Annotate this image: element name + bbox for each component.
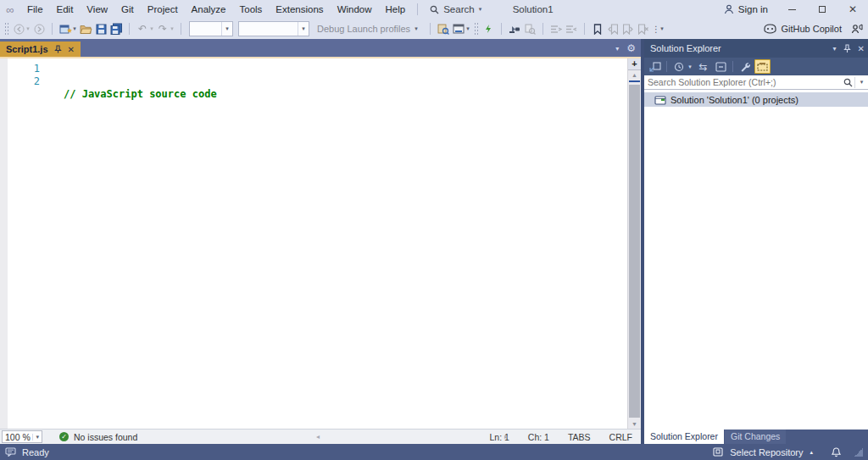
- web-preview-icon[interactable]: [436, 21, 451, 36]
- sign-in-button[interactable]: Sign in: [715, 4, 776, 14]
- solution-icon: [654, 95, 666, 105]
- document-tab-strip: Script1.js ✕ ▾ ⚙: [0, 39, 641, 57]
- toolbar-grip[interactable]: [474, 22, 478, 36]
- switch-views-icon[interactable]: [647, 59, 663, 74]
- navigate-forward-icon[interactable]: [31, 21, 47, 36]
- previous-bookmark-icon[interactable]: [605, 21, 620, 36]
- solution-search-icon[interactable]: [842, 78, 854, 87]
- attach-to-process-icon[interactable]: [507, 21, 522, 36]
- save-all-icon[interactable]: [108, 21, 124, 36]
- eol-indicator[interactable]: CRLF: [609, 432, 632, 442]
- solution-search-row: ▾: [644, 75, 868, 90]
- tabs-indicator[interactable]: TABS: [568, 432, 591, 442]
- clear-bookmarks-icon[interactable]: [636, 21, 651, 36]
- redo-caret-icon[interactable]: ▾: [169, 25, 175, 32]
- search-options-caret-icon[interactable]: ▾: [855, 79, 868, 86]
- navigate-back-caret-icon[interactable]: ▾: [25, 25, 31, 32]
- solution-tree: Solution 'Solution1' (0 projects): [644, 90, 868, 430]
- window-position-caret-icon[interactable]: ▾: [833, 45, 837, 53]
- menu-file[interactable]: File: [20, 0, 50, 19]
- feedback-icon[interactable]: [5, 447, 16, 457]
- solution-explorer-titlebar[interactable]: Solution Explorer ▾ ✕: [644, 39, 868, 58]
- sync-with-active-document-icon[interactable]: ⇆: [695, 59, 711, 74]
- solution-configurations-combo[interactable]: ▾: [189, 21, 233, 36]
- menu-analyze[interactable]: Analyze: [185, 0, 233, 19]
- close-button[interactable]: ✕: [837, 0, 868, 19]
- hscroll-right-icon[interactable]: ▸: [504, 433, 508, 441]
- menu-project[interactable]: Project: [141, 0, 185, 19]
- filter-caret-icon[interactable]: ▾: [687, 64, 693, 70]
- close-tab-icon[interactable]: ✕: [68, 45, 75, 54]
- tab-script1-js[interactable]: Script1.js ✕: [0, 42, 81, 57]
- tab-solution-explorer[interactable]: Solution Explorer: [644, 430, 724, 444]
- undo-caret-icon[interactable]: ▾: [148, 25, 155, 32]
- toggle-bookmark-icon[interactable]: [590, 21, 605, 36]
- scrollbar-thumb[interactable]: [629, 85, 640, 418]
- menu-help[interactable]: Help: [379, 0, 413, 19]
- search-label: Search: [443, 4, 474, 14]
- search-button[interactable]: Search ▾: [423, 4, 490, 14]
- code-text[interactable]: // JavaScript source code: [40, 58, 641, 429]
- debug-launch-profiles-button[interactable]: Debug Launch profiles ▾: [312, 20, 425, 37]
- column-indicator[interactable]: Ch: 1: [528, 432, 549, 442]
- tree-row-label: Solution 'Solution1' (0 projects): [670, 95, 798, 105]
- select-repository-button[interactable]: Select Repository: [730, 447, 803, 457]
- uncomment-icon[interactable]: [564, 21, 579, 36]
- toolbar-separator: [129, 23, 130, 35]
- vertical-scrollbar[interactable]: + ▲ ▼: [627, 58, 641, 429]
- live-preview-icon[interactable]: [481, 21, 496, 36]
- sign-in-label: Sign in: [738, 4, 768, 14]
- notifications-bell-icon[interactable]: [832, 447, 841, 457]
- properties-wrench-icon[interactable]: [737, 59, 753, 74]
- document-health-indicator[interactable]: ✓ No issues found: [59, 432, 137, 442]
- menu-window[interactable]: Window: [331, 0, 379, 19]
- panel-bottom-tabs: Solution Explorer Git Changes: [644, 430, 868, 444]
- show-all-files-icon[interactable]: [754, 59, 771, 74]
- active-files-dropdown-icon[interactable]: ▾: [615, 45, 619, 53]
- find-in-files-icon[interactable]: [522, 21, 537, 36]
- comment-out-icon[interactable]: [548, 21, 564, 36]
- collapse-all-icon[interactable]: [713, 59, 729, 74]
- panel-toolbar-separator: [732, 61, 733, 72]
- menu-edit[interactable]: Edit: [50, 0, 81, 19]
- github-copilot-label[interactable]: GitHub Copilot: [781, 24, 842, 34]
- github-copilot-icon[interactable]: [764, 24, 776, 34]
- repository-icon: [713, 447, 723, 457]
- editor-options-gear-icon[interactable]: ⚙: [626, 42, 636, 54]
- send-feedback-icon[interactable]: [851, 24, 863, 34]
- solution-platforms-combo[interactable]: ▾: [238, 21, 309, 36]
- pending-changes-filter-icon[interactable]: [670, 59, 687, 74]
- resize-grip[interactable]: [854, 448, 863, 457]
- menu-extensions[interactable]: Extensions: [269, 0, 330, 19]
- editor-splitter-handle[interactable]: +: [628, 58, 641, 70]
- next-bookmark-icon[interactable]: [620, 21, 636, 36]
- tab-title: Script1.js: [6, 44, 48, 54]
- close-panel-icon[interactable]: ✕: [858, 44, 865, 53]
- toolbar-overflow-icon[interactable]: ⋮▾: [651, 21, 666, 36]
- maximize-button[interactable]: [807, 0, 837, 19]
- new-project-caret-icon[interactable]: ▾: [71, 25, 78, 32]
- browser-link-caret-icon[interactable]: ▾: [465, 25, 471, 32]
- breakpoint-margin[interactable]: [0, 58, 8, 429]
- pin-panel-icon[interactable]: [843, 44, 851, 53]
- hscroll-left-icon[interactable]: ◂: [316, 433, 320, 441]
- minimize-button[interactable]: [776, 0, 807, 19]
- open-file-icon[interactable]: [78, 21, 93, 36]
- toolbar-separator: [430, 23, 431, 35]
- menu-tools[interactable]: Tools: [233, 0, 270, 19]
- solution-search-input[interactable]: [644, 77, 842, 87]
- tab-git-changes[interactable]: Git Changes: [725, 430, 786, 444]
- zoom-level-combo[interactable]: 100 % ▾: [2, 430, 42, 443]
- select-repository-caret-icon[interactable]: ▴: [810, 449, 813, 456]
- health-label: No issues found: [74, 432, 137, 442]
- menu-git[interactable]: Git: [114, 0, 141, 19]
- save-icon[interactable]: [93, 21, 108, 36]
- tree-row-solution[interactable]: Solution 'Solution1' (0 projects): [644, 92, 868, 107]
- toolbar-grip[interactable]: [4, 22, 8, 36]
- menu-view[interactable]: View: [80, 0, 114, 19]
- code-editor[interactable]: 1 2 // JavaScript source code + ▲ ▼: [0, 58, 641, 429]
- editor-status-row: 100 % ▾ ✓ No issues found ◂ ▸ Ln: 1 Ch: …: [0, 429, 641, 444]
- scroll-up-icon[interactable]: ▲: [628, 70, 641, 80]
- scroll-down-icon[interactable]: ▼: [628, 419, 641, 429]
- pin-tab-icon[interactable]: [54, 45, 62, 53]
